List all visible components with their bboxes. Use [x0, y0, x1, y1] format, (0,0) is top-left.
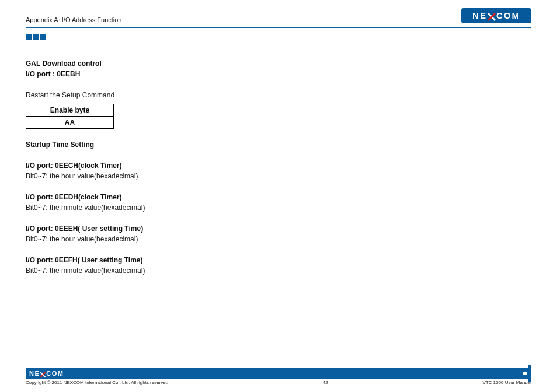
io-port-0eech-title: I/O port: 0EECH(clock Timer): [26, 160, 294, 171]
io-port-0eech-desc: Bit0~7: the hour value(hexadecimal): [26, 171, 294, 181]
appendix-title: Appendix A: I/O Address Function: [26, 16, 121, 23]
io-port-0eebh: I/O port : 0EEBH: [26, 69, 294, 79]
copyright-text: Copyright © 2011 NEXCOM International Co…: [26, 380, 168, 385]
nexcom-logo: NECOM: [461, 8, 531, 23]
logo-x-icon: [488, 13, 496, 21]
io-port-0eeeh-desc: Bit0~7: the hour value(hexadecimal): [26, 234, 294, 244]
footer-logo: NECOM: [29, 370, 64, 377]
logo-left: NE: [472, 10, 487, 20]
io-port-0eedh-desc: Bit0~7: the minute value(hexadecimal): [26, 202, 294, 213]
footer-bar: NECOM: [26, 368, 531, 379]
io-port-0eeeh-title: I/O port: 0EEEH( User setting Time): [26, 223, 294, 234]
table-header: Enable byte: [26, 104, 114, 117]
footer-squares-icon: [521, 368, 531, 379]
io-port-0eefh-title: I/O port: 0EEFH( User setting Time): [26, 255, 294, 265]
io-port-0eefh-desc: Bit0~7: the minute value(hexadecimal): [26, 265, 294, 276]
header-squares-icon: [26, 34, 531, 40]
startup-time-title: Startup Time Setting: [26, 139, 294, 150]
footer-logo-left: NE: [29, 370, 40, 377]
logo-right: COM: [496, 10, 520, 20]
gal-download-title: GAL Download control: [26, 58, 294, 69]
footer-logo-x-icon: [40, 372, 46, 377]
table-value: AA: [26, 117, 114, 129]
footer-logo-right: COM: [46, 370, 64, 377]
restart-setup-label: Restart the Setup Command: [26, 90, 294, 100]
manual-name: VTC 1000 User Manual: [482, 380, 531, 385]
io-port-0eedh-title: I/O port: 0EEDH(clock Timer): [26, 192, 294, 202]
page-number: 42: [323, 380, 328, 385]
enable-byte-table: Enable byte AA: [26, 104, 114, 129]
header-divider: [26, 27, 531, 28]
